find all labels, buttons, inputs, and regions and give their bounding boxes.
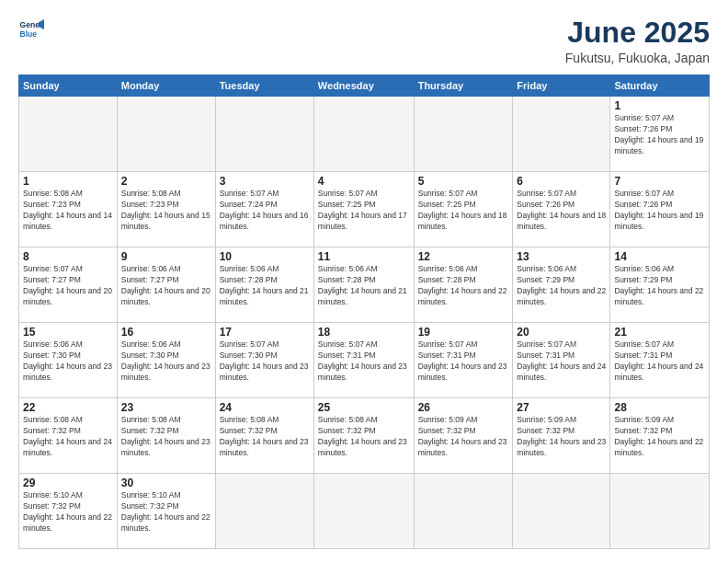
table-row: 30Sunrise: 5:10 AMSunset: 7:32 PMDayligh… xyxy=(117,474,215,549)
table-row: 26Sunrise: 5:09 AMSunset: 7:32 PMDayligh… xyxy=(414,398,513,474)
col-tuesday: Tuesday xyxy=(215,75,313,97)
day-number: 29 xyxy=(23,477,113,489)
main-title: June 2025 xyxy=(565,17,710,49)
table-row: 11Sunrise: 5:06 AMSunset: 7:28 PMDayligh… xyxy=(313,247,414,323)
day-info: Sunrise: 5:07 AMSunset: 7:24 PMDaylight:… xyxy=(220,189,310,233)
day-info: Sunrise: 5:06 AMSunset: 7:28 PMDaylight:… xyxy=(220,264,310,308)
day-info: Sunrise: 5:07 AMSunset: 7:31 PMDaylight:… xyxy=(418,339,509,384)
table-row: 13Sunrise: 5:06 AMSunset: 7:29 PMDayligh… xyxy=(513,247,610,323)
table-row xyxy=(513,474,610,549)
table-row: 28Sunrise: 5:09 AMSunset: 7:32 PMDayligh… xyxy=(610,398,710,474)
day-info: Sunrise: 5:06 AMSunset: 7:30 PMDaylight:… xyxy=(23,339,113,384)
col-monday: Monday xyxy=(117,75,215,97)
table-row: 1Sunrise: 5:07 AMSunset: 7:26 PMDaylight… xyxy=(610,97,710,172)
day-number: 1 xyxy=(614,99,705,112)
day-number: 25 xyxy=(318,401,410,414)
day-number: 19 xyxy=(418,326,509,339)
day-number: 17 xyxy=(220,326,310,339)
calendar-table: Sunday Monday Tuesday Wednesday Thursday… xyxy=(18,75,710,549)
logo-icon: General Blue xyxy=(18,17,44,42)
day-info: Sunrise: 5:10 AMSunset: 7:32 PMDaylight:… xyxy=(121,490,211,534)
title-block: June 2025 Fukutsu, Fukuoka, Japan xyxy=(565,17,710,65)
table-row: 9Sunrise: 5:06 AMSunset: 7:27 PMDaylight… xyxy=(117,247,215,323)
header-row-days: Sunday Monday Tuesday Wednesday Thursday… xyxy=(19,75,710,97)
day-number: 28 xyxy=(614,401,705,414)
table-row: 14Sunrise: 5:06 AMSunset: 7:29 PMDayligh… xyxy=(610,247,710,323)
table-row: 20Sunrise: 5:07 AMSunset: 7:31 PMDayligh… xyxy=(513,323,610,398)
day-number: 20 xyxy=(517,326,606,339)
day-info: Sunrise: 5:08 AMSunset: 7:23 PMDaylight:… xyxy=(23,189,113,233)
day-number: 8 xyxy=(23,250,113,263)
subtitle: Fukutsu, Fukuoka, Japan xyxy=(565,51,710,65)
day-info: Sunrise: 5:09 AMSunset: 7:32 PMDaylight:… xyxy=(614,415,705,459)
col-friday: Friday xyxy=(513,75,610,97)
table-row xyxy=(610,474,710,549)
table-row: 18Sunrise: 5:07 AMSunset: 7:31 PMDayligh… xyxy=(313,323,414,398)
day-info: Sunrise: 5:08 AMSunset: 7:32 PMDaylight:… xyxy=(23,415,113,459)
day-number: 6 xyxy=(517,175,606,188)
day-info: Sunrise: 5:06 AMSunset: 7:29 PMDaylight:… xyxy=(517,264,606,308)
table-row: 23Sunrise: 5:08 AMSunset: 7:32 PMDayligh… xyxy=(117,398,215,474)
day-info: Sunrise: 5:08 AMSunset: 7:32 PMDaylight:… xyxy=(220,415,310,459)
day-number: 4 xyxy=(318,175,410,188)
table-row xyxy=(215,474,313,549)
logo: General Blue xyxy=(18,17,47,42)
day-info: Sunrise: 5:08 AMSunset: 7:23 PMDaylight:… xyxy=(121,189,211,233)
svg-text:Blue: Blue xyxy=(20,29,38,39)
table-row xyxy=(313,474,414,549)
day-number: 11 xyxy=(318,250,410,263)
table-row: 2Sunrise: 5:08 AMSunset: 7:23 PMDaylight… xyxy=(117,172,215,247)
col-thursday: Thursday xyxy=(414,75,513,97)
table-row xyxy=(313,97,414,172)
day-info: Sunrise: 5:07 AMSunset: 7:31 PMDaylight:… xyxy=(318,339,410,384)
table-row: 10Sunrise: 5:06 AMSunset: 7:28 PMDayligh… xyxy=(215,247,313,323)
header-row: General Blue June 2025 Fukutsu, Fukuoka,… xyxy=(18,17,710,65)
table-row: 22Sunrise: 5:08 AMSunset: 7:32 PMDayligh… xyxy=(19,398,118,474)
day-info: Sunrise: 5:06 AMSunset: 7:29 PMDaylight:… xyxy=(614,264,705,308)
day-info: Sunrise: 5:07 AMSunset: 7:31 PMDaylight:… xyxy=(517,339,606,384)
table-row: 6Sunrise: 5:07 AMSunset: 7:26 PMDaylight… xyxy=(513,172,610,247)
day-info: Sunrise: 5:07 AMSunset: 7:31 PMDaylight:… xyxy=(614,339,705,384)
day-number: 2 xyxy=(121,175,211,188)
day-info: Sunrise: 5:07 AMSunset: 7:30 PMDaylight:… xyxy=(220,339,310,384)
table-row xyxy=(117,97,215,172)
day-number: 15 xyxy=(23,326,113,339)
day-number: 14 xyxy=(614,250,705,263)
calendar-page: General Blue June 2025 Fukutsu, Fukuoka,… xyxy=(0,0,728,563)
day-info: Sunrise: 5:06 AMSunset: 7:28 PMDaylight:… xyxy=(318,264,410,308)
table-row xyxy=(19,97,118,172)
day-number: 13 xyxy=(517,250,606,263)
table-row: 3Sunrise: 5:07 AMSunset: 7:24 PMDaylight… xyxy=(215,172,313,247)
day-info: Sunrise: 5:07 AMSunset: 7:26 PMDaylight:… xyxy=(614,189,705,233)
day-number: 24 xyxy=(220,401,310,414)
table-row: 21Sunrise: 5:07 AMSunset: 7:31 PMDayligh… xyxy=(610,323,710,398)
table-row xyxy=(215,97,313,172)
day-info: Sunrise: 5:06 AMSunset: 7:30 PMDaylight:… xyxy=(121,339,211,384)
table-row xyxy=(414,474,513,549)
table-row: 29Sunrise: 5:10 AMSunset: 7:32 PMDayligh… xyxy=(19,474,118,549)
table-row: 5Sunrise: 5:07 AMSunset: 7:25 PMDaylight… xyxy=(414,172,513,247)
day-info: Sunrise: 5:10 AMSunset: 7:32 PMDaylight:… xyxy=(23,490,113,534)
table-row: 19Sunrise: 5:07 AMSunset: 7:31 PMDayligh… xyxy=(414,323,513,398)
col-sunday: Sunday xyxy=(19,75,118,97)
day-number: 16 xyxy=(121,326,211,339)
day-number: 12 xyxy=(418,250,509,263)
table-row: 17Sunrise: 5:07 AMSunset: 7:30 PMDayligh… xyxy=(215,323,313,398)
day-info: Sunrise: 5:06 AMSunset: 7:27 PMDaylight:… xyxy=(121,264,211,308)
table-row: 8Sunrise: 5:07 AMSunset: 7:27 PMDaylight… xyxy=(19,247,118,323)
day-number: 5 xyxy=(418,175,509,188)
day-number: 10 xyxy=(220,250,310,263)
day-info: Sunrise: 5:07 AMSunset: 7:27 PMDaylight:… xyxy=(23,264,113,308)
day-info: Sunrise: 5:07 AMSunset: 7:25 PMDaylight:… xyxy=(418,189,509,233)
day-number: 1 xyxy=(23,175,113,188)
day-number: 18 xyxy=(318,326,410,339)
day-info: Sunrise: 5:09 AMSunset: 7:32 PMDaylight:… xyxy=(418,415,509,459)
table-row: 4Sunrise: 5:07 AMSunset: 7:25 PMDaylight… xyxy=(313,172,414,247)
day-info: Sunrise: 5:08 AMSunset: 7:32 PMDaylight:… xyxy=(121,415,211,459)
day-number: 21 xyxy=(614,326,705,339)
day-number: 23 xyxy=(121,401,211,414)
day-number: 3 xyxy=(220,175,310,188)
table-row xyxy=(513,97,610,172)
col-wednesday: Wednesday xyxy=(313,75,414,97)
day-number: 9 xyxy=(121,250,211,263)
